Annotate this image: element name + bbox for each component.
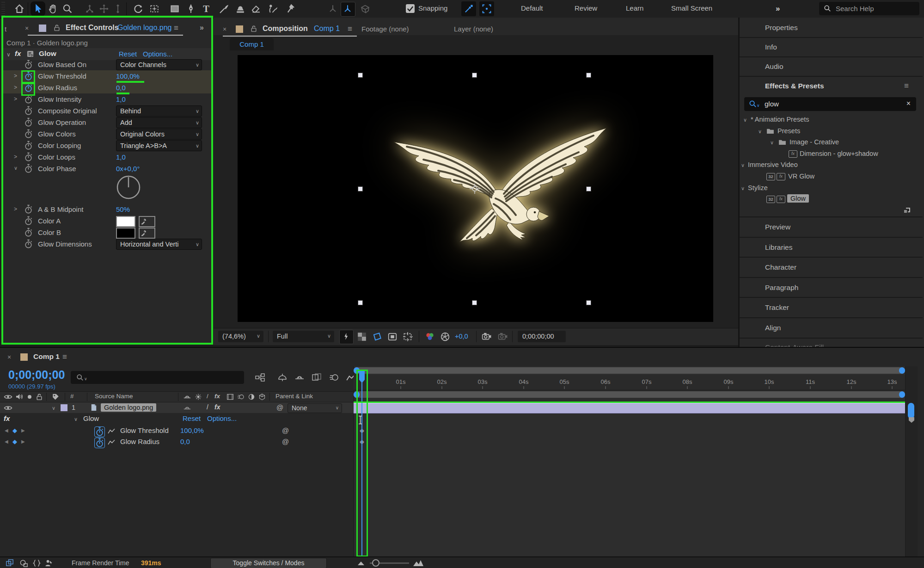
stopwatch-icon[interactable]: [24, 164, 33, 173]
draft-3d-icon[interactable]: [277, 373, 288, 382]
effect-expander-icon[interactable]: ∨: [74, 416, 78, 422]
frame-blend-switch-icon[interactable]: [226, 393, 234, 401]
keyframe-toggle-icon[interactable]: ◆: [12, 427, 17, 434]
fast-preview-icon[interactable]: [339, 330, 354, 344]
author-icon[interactable]: [44, 559, 53, 568]
selection-handle[interactable]: [358, 301, 362, 305]
lock-column-icon[interactable]: [36, 393, 43, 401]
source-name-column[interactable]: Source Name: [95, 393, 133, 400]
transparency-grid-icon[interactable]: [357, 332, 367, 342]
channel-icon[interactable]: [424, 332, 435, 342]
exposure-icon[interactable]: [440, 332, 450, 342]
keyframe-toggle-icon[interactable]: ◆: [12, 438, 17, 445]
eraser-tool-icon[interactable]: [250, 3, 261, 14]
color-looping-dropdown[interactable]: Triangle A>B>A∨: [116, 140, 202, 151]
panel-resize-corner-icon[interactable]: [902, 206, 912, 216]
index-column-icon[interactable]: #: [70, 393, 74, 400]
snapshot-camera-icon[interactable]: [482, 332, 492, 340]
panel-collapse-icon[interactable]: »: [200, 24, 204, 32]
hidden-tab[interactable]: t: [5, 25, 6, 33]
effect-group-row[interactable]: fx ∨ Glow Reset Options...: [0, 414, 354, 425]
effects-switch-icon[interactable]: fx: [214, 393, 220, 400]
resolution-dropdown[interactable]: Full ∨: [273, 331, 334, 342]
region-of-interest-icon[interactable]: [372, 332, 382, 342]
frame-blending-icon[interactable]: [312, 373, 322, 382]
glow-dimensions-dropdown[interactable]: Horizontal and Verti∨: [116, 239, 202, 250]
selection-handle[interactable]: [587, 301, 591, 305]
tree-item-stylize[interactable]: ∨ Stylize: [740, 183, 923, 194]
timeline-effect-name[interactable]: Glow: [83, 414, 99, 422]
shy-layers-icon[interactable]: [294, 373, 305, 382]
viewer-timecode[interactable]: 0;00;00;00: [518, 331, 566, 342]
label-column-icon[interactable]: [52, 393, 60, 401]
color-phase-value[interactable]: 0x+0,0°: [116, 165, 140, 173]
pan-behind-tool-icon[interactable]: [149, 3, 160, 14]
collapse-icon[interactable]: ∨: [14, 165, 18, 171]
search-help-input[interactable]: Search Help: [819, 2, 919, 15]
panel-tab-preview[interactable]: Preview: [740, 217, 923, 238]
panel-tab-properties[interactable]: Properties: [740, 19, 923, 38]
shy-switch-icon[interactable]: [183, 393, 191, 401]
expand-layers-icon[interactable]: [6, 559, 14, 568]
orbit-camera-tool-icon[interactable]: [84, 3, 95, 14]
selection-handle[interactable]: [587, 73, 591, 77]
stopwatch-icon[interactable]: [24, 106, 33, 116]
solo-column-icon[interactable]: [28, 395, 31, 399]
next-keyframe-icon[interactable]: ▶: [21, 428, 25, 433]
puppet-pin-tool-icon[interactable]: [284, 3, 295, 14]
roto-brush-tool-icon[interactable]: [267, 3, 278, 14]
property-row-glow-radius[interactable]: ◀ ◆ ▶ Glow Radius 0,0 @: [0, 437, 354, 448]
guides-grid-icon[interactable]: [403, 332, 414, 342]
layer-fx-toggle[interactable]: fx: [214, 403, 220, 411]
render-queue-icon[interactable]: [19, 559, 28, 568]
pan-camera-tool-icon[interactable]: [98, 3, 110, 14]
pick-whip-icon[interactable]: @: [282, 426, 289, 434]
stopwatch-icon[interactable]: [24, 83, 33, 93]
timeline-navigator-bar[interactable]: [354, 367, 905, 374]
selection-handle[interactable]: [358, 187, 362, 191]
tree-item-vr-glow[interactable]: 32 fx VR Glow: [740, 171, 923, 182]
panel-tab-audio[interactable]: Audio: [740, 57, 923, 77]
expander-icon[interactable]: >: [14, 96, 17, 102]
color-a-swatch[interactable]: [116, 216, 135, 227]
toggle-switches-button[interactable]: Toggle Switches / Modes: [210, 558, 327, 568]
selection-handle[interactable]: [587, 187, 591, 191]
stopwatch-icon[interactable]: [94, 438, 105, 448]
parent-dropdown[interactable]: None ∨: [288, 403, 342, 413]
glow-based-on-dropdown[interactable]: Color Channels∨: [116, 59, 202, 70]
options-button[interactable]: Options...: [143, 50, 172, 58]
panel-tab-info[interactable]: Info: [740, 38, 923, 57]
motion-blur-icon[interactable]: [329, 373, 339, 382]
brush-tool-icon[interactable]: [219, 3, 230, 14]
workspace-default[interactable]: Default: [521, 4, 543, 12]
dolly-camera-tool-icon[interactable]: [112, 3, 123, 14]
selection-handle[interactable]: [358, 73, 362, 77]
zoom-in-mountain-icon[interactable]: [413, 559, 424, 567]
snapping-checkbox[interactable]: [406, 4, 415, 13]
comp-flowchart-icon[interactable]: [255, 373, 265, 382]
magnification-dropdown[interactable]: (74,6%) ∨: [218, 331, 263, 342]
zoom-out-mountain-icon[interactable]: [357, 561, 365, 566]
tree-item-presets-folder[interactable]: ∨ Presets: [740, 126, 923, 137]
expander-icon[interactable]: >: [14, 154, 17, 160]
stopwatch-icon[interactable]: [24, 216, 33, 226]
panel-grip[interactable]: [1, 2, 5, 16]
close-icon[interactable]: ×: [7, 353, 11, 361]
chevron-down-icon[interactable]: ∨: [6, 51, 11, 58]
color-b-swatch[interactable]: [116, 228, 135, 239]
anchor-point[interactable]: [469, 183, 481, 195]
panel-tab-partial[interactable]: Content-Aware Fill: [740, 339, 923, 347]
tree-item-dimension-glow-shadow[interactable]: fx Dimension - glow+shadow: [740, 148, 923, 160]
close-icon[interactable]: ×: [223, 25, 226, 33]
close-icon[interactable]: ×: [25, 25, 29, 32]
stopwatch-icon[interactable]: [24, 129, 33, 139]
reset-button[interactable]: Reset: [119, 50, 137, 58]
pen-tool-icon[interactable]: [185, 3, 196, 14]
panel-menu-icon[interactable]: ≡: [904, 81, 909, 91]
viewer-tab-comp1[interactable]: Comp 1: [230, 38, 274, 50]
panel-menu-icon[interactable]: ≡: [62, 352, 67, 362]
reset-button[interactable]: Reset: [183, 414, 201, 422]
selection-handle[interactable]: [472, 301, 477, 305]
playhead-marker[interactable]: [359, 370, 365, 380]
panel-color-swatch[interactable]: [39, 25, 46, 32]
